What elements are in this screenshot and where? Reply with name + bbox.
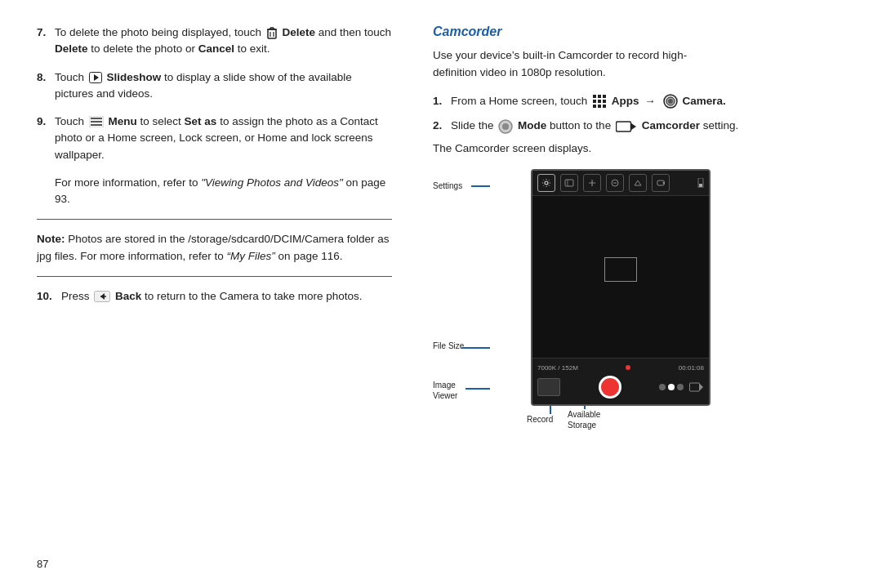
cam-step-1: 1. From a Home screen, touch Apps → [433,93,858,109]
camcorder-title: Camcorder [433,24,858,39]
note-block: Note: Photos are stored in the /storage/… [37,231,392,265]
step-content-9: Touch Menu to select Set as to assign th… [55,114,392,163]
image-viewer-label: ImageViewer [433,380,457,401]
camera-lens-icon [663,94,678,109]
svg-rect-21 [603,100,606,103]
svg-point-27 [668,99,673,104]
svg-rect-23 [598,105,601,108]
svg-rect-17 [598,95,601,98]
viewfinder-area [532,196,709,343]
step-number-10: 10. [37,288,61,305]
svg-marker-44 [700,384,703,390]
icon-btn-6[interactable] [652,174,670,192]
note-italic: “My Files” [227,250,275,262]
step10-bold-back: Back [115,290,141,302]
camcorder-intro: Use your device’s built-in Camcorder to … [433,47,858,82]
step9-bold-menu: Menu [109,115,137,127]
step-7: 7. To delete the photo being displayed, … [37,24,392,58]
svg-marker-8 [94,74,99,81]
cam-step2-text-before: Slide the [451,119,497,131]
mode-dots [659,382,704,392]
step-content-8: Touch Slideshow to display a slide show … [55,69,392,103]
step7-bold-delete2: Delete [55,42,88,55]
viewing-photos-ref: For more information, refer to "Viewing … [55,175,392,208]
step7-text-exit: to exit. [238,42,270,55]
cam-step2-camcorder: Camcorder [642,119,700,131]
mode-slider-icon [498,119,513,134]
step-number-9: 9. [37,114,55,163]
svg-rect-30 [616,122,630,131]
mode-dot-1 [659,384,666,390]
icon-btn-4[interactable] [606,174,624,192]
svg-rect-43 [690,383,700,391]
svg-rect-24 [603,105,606,108]
icon-btn-5[interactable] [629,174,647,192]
screen-displays-text: The Camcorder screen displays. [433,142,858,154]
screen-top-bar [532,171,709,196]
phone-screen: 7000K / 152M 00:01:08 [531,169,710,406]
play-icon [89,72,102,83]
note-text2: on page 116. [278,250,343,262]
file-size-value: 7000K / 152M [537,364,578,372]
divider-2 [37,276,392,277]
intro-line2: definition video in 1080p resolution. [433,66,606,78]
step-9: 9. Touch Menu to select Set as to assign… [37,114,392,163]
image-viewer-line [466,388,490,390]
rec-indicator [624,363,632,372]
menu-icon [89,116,104,127]
step-content-10: Press Back to return to the Camera to ta… [61,288,392,305]
cam-step1-arrow: → [644,95,656,107]
storage-indicator-icon [697,178,704,188]
step-number-8: 8. [37,69,55,103]
step10-text-after: to return to the Camera to take more pho… [145,290,362,302]
step9-bold-setas: Set as [185,115,217,127]
cam-step1-text: From a Home screen, touch [451,95,590,107]
svg-point-29 [502,123,509,130]
cam-step2-text-after: setting. [703,119,739,131]
thumbnail-box[interactable] [537,378,560,396]
svg-rect-22 [593,105,596,108]
cam-step-num-1: 1. [433,93,451,109]
controls-row [537,373,704,401]
svg-point-32 [545,181,548,185]
viewing-ref-italic: "Viewing Photos and Videos" [201,176,342,189]
svg-rect-16 [593,95,596,98]
available-storage-label: AvailableStorage [568,409,600,430]
svg-rect-20 [598,100,601,103]
cam-step-content-2: Slide the Mode button to the Camcorder s… [451,118,858,134]
file-size-line [461,347,490,349]
settings-line [471,185,490,187]
record-button[interactable] [599,376,621,399]
cam-step1-camera: Camera. [682,95,725,107]
apps-grid-icon [592,94,607,109]
step7-text-or: to delete the photo or [91,42,198,55]
svg-rect-0 [268,29,276,38]
viewing-ref-text1: For more information, refer to [55,176,201,189]
cam-step-content-1: From a Home screen, touch Apps → [451,93,858,109]
step-number-7: 7. [37,24,55,58]
info-row: 7000K / 152M 00:01:08 [537,362,704,373]
step7-bold-delete: Delete [282,26,315,38]
step10-text-press: Press [61,290,92,302]
cam-step2-text-mid: button to the [550,119,614,131]
settings-label: Settings [433,180,462,191]
icon-btn-2[interactable] [560,174,578,192]
svg-rect-42 [699,184,702,187]
step-8: 8. Touch Slideshow to display a slide sh… [37,69,392,103]
diagram-container: Settings File Size ImageViewer Record Av… [433,161,760,430]
icon-btn-3[interactable] [583,174,601,192]
step8-text-before: Touch [55,71,87,83]
settings-icon-btn[interactable] [537,174,555,192]
cam-step2-mode: Mode [518,119,546,131]
note-label: Note: [37,233,65,245]
mode-camcorder-icon [689,382,704,392]
intro-line1: Use your device’s built-in Camcorder to … [433,49,687,61]
right-column: Camcorder Use your device’s built-in Cam… [416,0,882,588]
step7-text-before: To delete the photo being displayed, tou… [55,26,265,38]
trash-icon [266,26,278,39]
file-size-label: File Size [433,341,464,351]
svg-rect-18 [603,95,606,98]
svg-rect-19 [593,100,596,103]
screen-bottom-bar: 7000K / 152M 00:01:08 [532,358,709,404]
divider-1 [37,219,392,220]
